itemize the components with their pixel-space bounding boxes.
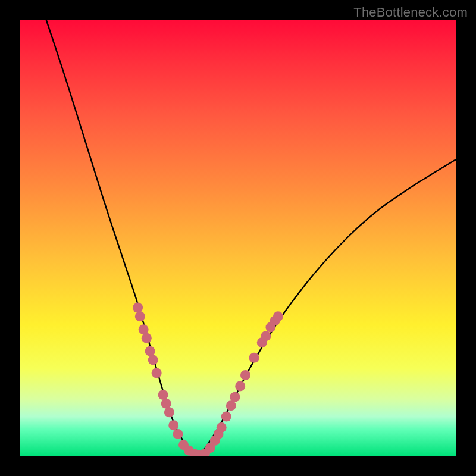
marker-dot — [173, 429, 183, 439]
marker-dot — [133, 303, 143, 313]
marker-dot — [152, 368, 162, 378]
marker-dot — [135, 311, 145, 321]
marker-dot — [164, 407, 174, 417]
marker-dot — [217, 422, 227, 433]
marker-dots — [133, 303, 283, 456]
marker-dot — [158, 390, 168, 400]
marker-dot — [235, 381, 245, 391]
marker-dot — [230, 392, 240, 402]
marker-dot — [148, 355, 158, 365]
marker-dot — [161, 399, 171, 409]
bottleneck-curve — [46, 20, 456, 455]
chart-frame: TheBottleneck.com — [0, 0, 476, 476]
marker-dot — [226, 400, 236, 411]
marker-dot — [139, 324, 149, 334]
watermark-text: TheBottleneck.com — [353, 5, 468, 20]
marker-dot — [273, 311, 283, 321]
marker-dot — [142, 333, 152, 343]
marker-dot — [168, 420, 178, 430]
marker-dot — [261, 331, 271, 341]
chart-plot-area — [20, 20, 456, 456]
chart-svg — [20, 20, 456, 456]
marker-dot — [249, 353, 259, 363]
marker-dot — [145, 346, 155, 356]
marker-dot — [221, 412, 231, 422]
marker-dot — [240, 370, 250, 380]
